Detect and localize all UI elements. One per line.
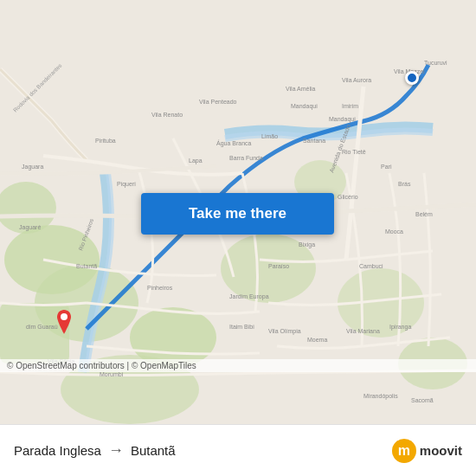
svg-text:Água Branca: Água Branca	[216, 139, 252, 147]
map-container: Jaguara Pirituba Piqueri Vila Renato Vil…	[0, 0, 476, 424]
svg-text:Lapa: Lapa	[189, 158, 203, 164]
origin-pin	[54, 310, 74, 336]
svg-text:Mirandópolis: Mirandópolis	[363, 393, 398, 400]
svg-text:Santana: Santana	[303, 138, 325, 144]
svg-text:Sacomã: Sacomã	[411, 397, 434, 403]
svg-text:Mandaqui: Mandaqui	[291, 103, 318, 110]
moovit-logo: m moovit	[392, 439, 462, 463]
svg-text:Jaguara: Jaguara	[22, 164, 43, 170]
moovit-logo-letter: m	[398, 443, 410, 459]
svg-text:Vila Olímpia: Vila Olímpia	[268, 328, 301, 335]
moovit-logo-circle: m	[392, 439, 416, 463]
svg-text:Vila Amélia: Vila Amélia	[286, 86, 316, 92]
svg-text:Vila Mariana: Vila Mariana	[346, 328, 380, 334]
svg-text:Morumbi: Morumbi	[100, 371, 124, 377]
svg-text:Ipiranga: Ipiranga	[389, 324, 411, 331]
svg-text:Rio Tietê: Rio Tietê	[342, 149, 366, 155]
svg-text:Mooca: Mooca	[385, 228, 403, 235]
svg-text:Glicério: Glicério	[338, 194, 358, 200]
svg-text:Barra Funda: Barra Funda	[229, 155, 263, 161]
take-me-there-button[interactable]: Take me there	[141, 193, 334, 235]
moovit-logo-text: moovit	[420, 443, 462, 458]
svg-text:Vila Aurora: Vila Aurora	[342, 77, 371, 83]
route-info: Parada Inglesa → Butantã	[14, 441, 176, 460]
svg-text:Limão: Limão	[261, 133, 278, 139]
svg-text:Belém: Belém	[415, 211, 433, 217]
svg-text:Imirim: Imirim	[342, 103, 358, 109]
svg-text:Moema: Moema	[307, 337, 327, 343]
origin-label: Parada Inglesa	[14, 443, 101, 458]
svg-text:Cambuci: Cambuci	[359, 263, 383, 269]
svg-text:Pirituba: Pirituba	[95, 138, 116, 144]
svg-text:Tucuruvi: Tucuruvi	[424, 60, 447, 66]
svg-text:Bixiga: Bixiga	[299, 241, 315, 248]
svg-text:Pinheiros: Pinheiros	[147, 285, 173, 291]
svg-text:Piqueri: Piqueri	[117, 181, 136, 188]
svg-text:Jaguaré: Jaguaré	[19, 224, 41, 231]
svg-text:Butantã: Butantã	[76, 263, 97, 269]
footer: Parada Inglesa → Butantã m moovit	[0, 424, 476, 476]
svg-text:Vila Penteado: Vila Penteado	[199, 99, 237, 105]
svg-point-56	[61, 313, 68, 320]
svg-text:Mandaqui: Mandaqui	[329, 116, 356, 123]
attribution-bar: © OpenStreetMap contributors | © OpenMap…	[0, 359, 476, 372]
attribution-text: © OpenStreetMap contributors | © OpenMap…	[7, 361, 196, 370]
svg-text:Jardim Europa: Jardim Europa	[229, 293, 269, 300]
svg-text:Pari: Pari	[381, 164, 392, 170]
svg-text:Vila Renato: Vila Renato	[151, 112, 183, 118]
destination-label: Butantã	[131, 443, 176, 458]
destination-dot	[405, 71, 419, 85]
arrow-right-icon: →	[108, 441, 124, 460]
svg-text:Itaim Bibi: Itaim Bibi	[229, 324, 254, 330]
svg-text:Paraíso: Paraíso	[268, 263, 289, 269]
svg-text:Brás: Brás	[398, 181, 411, 187]
